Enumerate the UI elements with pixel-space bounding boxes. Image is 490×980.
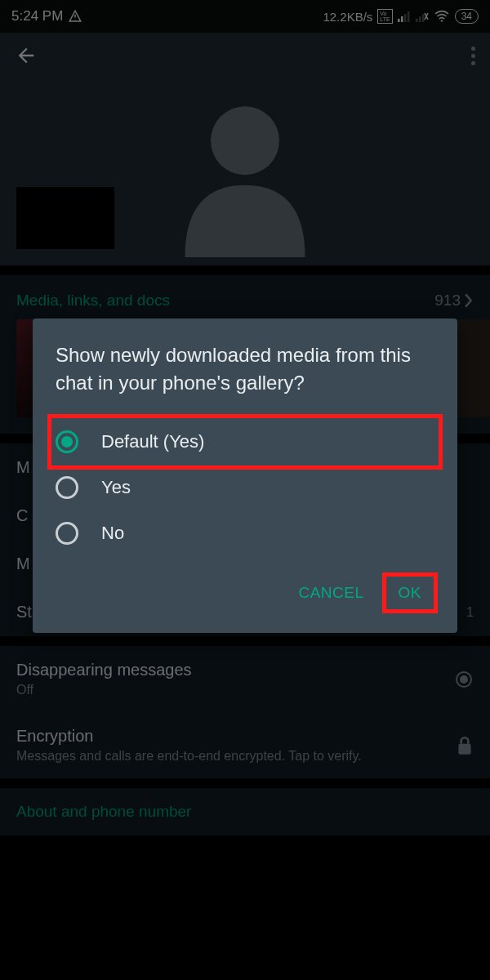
ok-label: OK (399, 584, 421, 601)
dialog-overlay: Show newly downloaded media from this ch… (0, 0, 490, 980)
radio-option-default[interactable]: Default (Yes) (56, 419, 434, 465)
radio-label: Yes (101, 477, 131, 498)
ok-button[interactable]: OK (385, 576, 434, 610)
radio-icon (56, 522, 78, 545)
radio-label: No (101, 523, 124, 544)
radio-option-no[interactable]: No (56, 510, 434, 556)
media-visibility-dialog: Show newly downloaded media from this ch… (33, 318, 457, 633)
radio-label: Default (Yes) (101, 431, 204, 452)
dialog-title: Show newly downloaded media from this ch… (56, 341, 434, 396)
radio-option-yes[interactable]: Yes (56, 465, 434, 510)
cancel-button[interactable]: CANCEL (285, 576, 376, 610)
radio-icon (56, 430, 78, 453)
radio-icon (56, 476, 78, 499)
